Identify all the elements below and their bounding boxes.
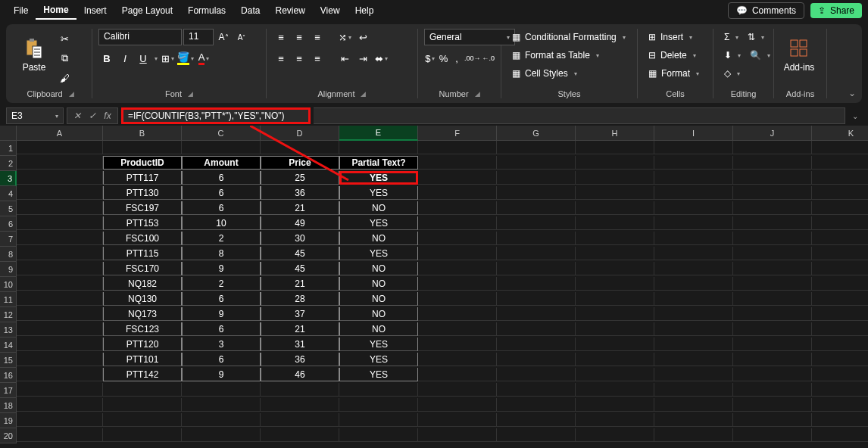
cell-I5[interactable]	[654, 201, 733, 215]
row-header-12[interactable]: 12	[0, 307, 17, 322]
fill-button[interactable]: ⬇▾🔍▾	[720, 47, 767, 64]
cell-G3[interactable]	[497, 171, 576, 185]
accounting-format-button[interactable]: $▾	[424, 50, 436, 67]
cell-K4[interactable]	[812, 186, 868, 200]
cell-C11[interactable]: 6	[182, 292, 261, 306]
cell-A13[interactable]	[17, 322, 103, 336]
cell-E20[interactable]	[339, 428, 418, 442]
paste-button[interactable]: Paste	[15, 29, 53, 82]
cell-C6[interactable]: 10	[182, 216, 261, 230]
cell-H7[interactable]	[576, 232, 654, 245]
col-header-A[interactable]: A	[17, 126, 103, 141]
row-header-5[interactable]: 5	[0, 201, 17, 216]
col-header-B[interactable]: B	[103, 126, 182, 141]
cell-I19[interactable]	[654, 413, 733, 427]
cell-I6[interactable]	[654, 216, 733, 230]
cell-K6[interactable]	[812, 216, 868, 230]
cell-I1[interactable]	[654, 141, 733, 154]
cell-F12[interactable]	[418, 307, 497, 321]
cell-J8[interactable]	[733, 247, 812, 260]
row-header-6[interactable]: 6	[0, 216, 17, 232]
cell-F13[interactable]	[418, 322, 497, 336]
alignment-launcher[interactable]: ◢	[361, 90, 366, 98]
cell-A6[interactable]	[17, 216, 103, 230]
align-center-button[interactable]: ≡	[291, 50, 308, 67]
fill-color-button[interactable]: 🪣▾	[177, 50, 194, 67]
cell-H2[interactable]	[576, 156, 654, 170]
clear-button[interactable]: ◇▾	[720, 65, 767, 82]
conditional-formatting-button[interactable]: ▦Conditional Formatting▾	[507, 29, 631, 45]
cell-E5[interactable]: NO	[339, 201, 418, 215]
cell-C14[interactable]: 3	[182, 338, 261, 351]
cell-G11[interactable]	[497, 292, 576, 306]
cell-H8[interactable]	[576, 247, 654, 260]
cell-I18[interactable]	[654, 398, 733, 412]
cell-C3[interactable]: 6	[182, 171, 261, 185]
cell-F3[interactable]	[418, 171, 497, 185]
cell-F17[interactable]	[418, 383, 497, 397]
row-header-18[interactable]: 18	[0, 398, 17, 413]
row-header-11[interactable]: 11	[0, 292, 17, 307]
cell-H17[interactable]	[576, 383, 654, 397]
cell-C17[interactable]	[182, 383, 261, 397]
cell-H12[interactable]	[576, 307, 654, 321]
cell-B11[interactable]: NQ130	[103, 292, 182, 306]
cell-J4[interactable]	[733, 186, 812, 200]
cell-D4[interactable]: 36	[261, 186, 339, 200]
align-right-button[interactable]: ≡	[309, 50, 326, 67]
cell-C4[interactable]: 6	[182, 186, 261, 200]
cell-K11[interactable]	[812, 292, 868, 306]
comments-button[interactable]: 💬 Comments	[728, 2, 804, 19]
cell-F15[interactable]	[418, 353, 497, 366]
cell-B19[interactable]	[103, 413, 182, 427]
cell-C13[interactable]: 6	[182, 322, 261, 336]
share-button[interactable]: ⇪ Share	[810, 3, 862, 18]
cell-B6[interactable]: PTT153	[103, 216, 182, 230]
menu-help[interactable]: Help	[348, 2, 382, 19]
cell-H6[interactable]	[576, 216, 654, 230]
cell-D11[interactable]: 28	[261, 292, 339, 306]
row-header-13[interactable]: 13	[0, 322, 17, 338]
menu-page-layout[interactable]: Page Layout	[114, 2, 180, 19]
cell-H4[interactable]	[576, 186, 654, 200]
cell-E14[interactable]: YES	[339, 338, 418, 351]
cell-F10[interactable]	[418, 277, 497, 291]
cell-C8[interactable]: 8	[182, 247, 261, 260]
orientation-button[interactable]: ⤭▾	[336, 29, 353, 45]
cell-G18[interactable]	[497, 398, 576, 412]
cell-J17[interactable]	[733, 383, 812, 397]
align-top-button[interactable]: ≡	[273, 29, 289, 45]
cell-I11[interactable]	[654, 292, 733, 306]
cell-G19[interactable]	[497, 413, 576, 427]
cut-button[interactable]: ✂	[56, 30, 73, 47]
col-header-F[interactable]: F	[418, 126, 497, 141]
collapse-ribbon-button[interactable]: ⌄	[848, 88, 856, 98]
format-painter-button[interactable]: 🖌	[56, 70, 73, 86]
cell-C5[interactable]: 6	[182, 201, 261, 215]
cell-I4[interactable]	[654, 186, 733, 200]
cell-B15[interactable]: PTT101	[103, 353, 182, 366]
cell-I9[interactable]	[654, 262, 733, 275]
comma-format-button[interactable]: ,	[451, 50, 463, 67]
cell-C12[interactable]: 9	[182, 307, 261, 321]
cell-E4[interactable]: YES	[339, 186, 418, 200]
cell-F16[interactable]	[418, 368, 497, 381]
addins-button[interactable]: Add-ins	[780, 29, 818, 82]
cell-F5[interactable]	[418, 201, 497, 215]
cell-F11[interactable]	[418, 292, 497, 306]
formula-input-rest[interactable]	[314, 107, 845, 124]
cell-I14[interactable]	[654, 338, 733, 351]
cell-A16[interactable]	[17, 368, 103, 381]
cell-K17[interactable]	[812, 383, 868, 397]
col-header-I[interactable]: I	[654, 126, 733, 141]
cell-K13[interactable]	[812, 322, 868, 336]
cell-G9[interactable]	[497, 262, 576, 275]
cell-C9[interactable]: 9	[182, 262, 261, 275]
cell-B12[interactable]: NQ173	[103, 307, 182, 321]
underline-dd[interactable]: ▾	[155, 55, 158, 62]
cell-E13[interactable]: NO	[339, 322, 418, 336]
cell-H15[interactable]	[576, 353, 654, 366]
menu-insert[interactable]: Insert	[76, 2, 114, 19]
cell-D9[interactable]: 45	[261, 262, 339, 275]
cell-D15[interactable]: 36	[261, 353, 339, 366]
